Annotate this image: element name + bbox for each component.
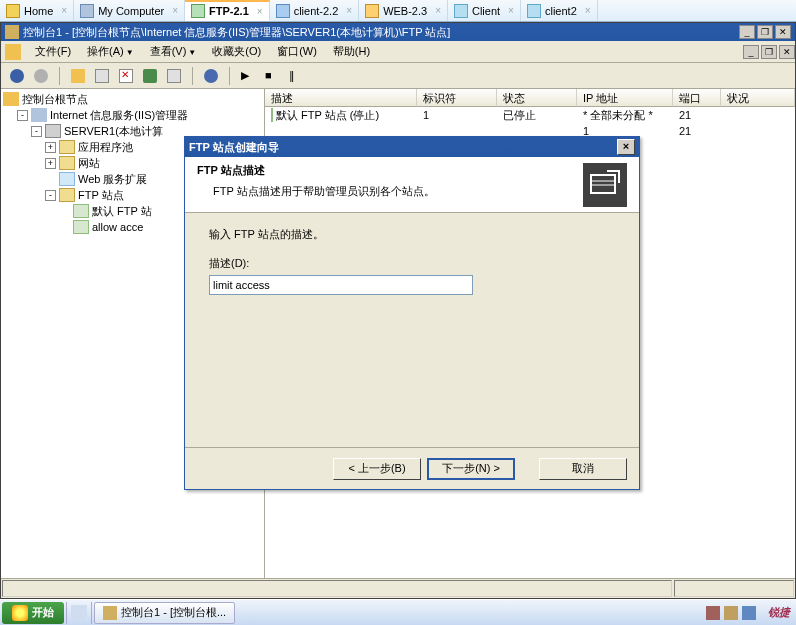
tray-icon[interactable] — [742, 606, 756, 620]
menu-favorites[interactable]: 收藏夹(O) — [204, 42, 269, 61]
home-icon — [6, 4, 20, 18]
col-desc[interactable]: 描述 — [265, 89, 417, 107]
cancel-button[interactable]: 取消 — [539, 458, 627, 480]
maximize-button[interactable]: ❐ — [757, 25, 773, 39]
close-icon[interactable]: × — [61, 5, 67, 16]
show-desktop-icon[interactable] — [71, 605, 87, 621]
windows-icon — [12, 605, 28, 621]
col-port[interactable]: 端口 — [673, 89, 721, 107]
toolbar: ▶ ■ ‖ — [1, 63, 795, 89]
child-close-button[interactable]: ✕ — [779, 45, 795, 59]
folder-icon — [59, 188, 75, 202]
col-status[interactable]: 状态 — [497, 89, 577, 107]
tree-root[interactable]: 控制台根节点 — [3, 91, 262, 107]
pause-icon: ‖ — [289, 69, 303, 83]
delete-icon — [119, 69, 133, 83]
ftp-wizard-dialog: FTP 站点创建向导 × FTP 站点描述 FTP 站点描述用于帮助管理员识别各… — [184, 136, 640, 490]
tab-client22[interactable]: client-2.2× — [270, 0, 359, 21]
server-icon — [45, 124, 61, 138]
menu-view[interactable]: 查看(V)▼ — [142, 42, 205, 61]
wizard-icon — [583, 163, 627, 207]
start-button[interactable]: 开始 — [2, 602, 64, 624]
child-restore-button[interactable]: ❐ — [761, 45, 777, 59]
web-icon — [59, 172, 75, 186]
menu-window[interactable]: 窗口(W) — [269, 42, 325, 61]
collapse-icon[interactable]: - — [17, 110, 28, 121]
tab-client2[interactable]: client2× — [521, 0, 598, 21]
play-icon: ▶ — [241, 69, 255, 83]
tree-iis[interactable]: -Internet 信息服务(IIS)管理器 — [3, 107, 262, 123]
window-title: 控制台1 - [控制台根节点\Internet 信息服务(IIS)管理器\SER… — [23, 25, 450, 40]
expand-icon[interactable]: + — [45, 158, 56, 169]
close-icon[interactable]: × — [585, 5, 591, 16]
list-row[interactable]: 默认 FTP 站点 (停止) 1 已停止 * 全部未分配 * 21 — [265, 107, 795, 123]
close-icon[interactable]: × — [172, 5, 178, 16]
tray-icon[interactable] — [724, 606, 738, 620]
web-icon — [365, 4, 379, 18]
iis-icon — [31, 108, 47, 122]
ftp-icon — [191, 4, 205, 18]
up-button[interactable] — [68, 66, 88, 86]
back-button[interactable] — [7, 66, 27, 86]
ftp-site-icon — [73, 204, 89, 218]
col-ip[interactable]: IP 地址 — [577, 89, 673, 107]
close-icon[interactable]: × — [435, 5, 441, 16]
collapse-icon[interactable]: - — [31, 126, 42, 137]
export-button[interactable] — [164, 66, 184, 86]
tab-ftp21[interactable]: FTP-2.1× — [185, 0, 270, 21]
back-button[interactable]: < 上一步(B) — [333, 458, 421, 480]
expand-icon[interactable]: + — [45, 142, 56, 153]
help2-button[interactable] — [201, 66, 221, 86]
col-state[interactable]: 状况 — [721, 89, 795, 107]
wizard-title-bar[interactable]: FTP 站点创建向导 × — [185, 137, 639, 157]
list-header: 描述 标识符 状态 IP 地址 端口 状况 — [265, 89, 795, 107]
stop-button[interactable]: ■ — [262, 66, 282, 86]
forward-icon — [34, 69, 48, 83]
app-icon — [103, 606, 117, 620]
back-icon — [10, 69, 24, 83]
delete-button[interactable] — [116, 66, 136, 86]
client-icon — [527, 4, 541, 18]
child-minimize-button[interactable]: _ — [743, 45, 759, 59]
svg-rect-0 — [591, 175, 615, 193]
next-button[interactable]: 下一步(N) > — [427, 458, 515, 480]
close-button[interactable]: ✕ — [775, 25, 791, 39]
tab-my-computer[interactable]: My Computer× — [74, 0, 185, 21]
tab-web23[interactable]: WEB-2.3× — [359, 0, 448, 21]
play-button[interactable]: ▶ — [238, 66, 258, 86]
close-icon[interactable]: × — [346, 5, 352, 16]
pause-button[interactable]: ‖ — [286, 66, 306, 86]
app-icon — [5, 44, 21, 60]
col-id[interactable]: 标识符 — [417, 89, 497, 107]
collapse-icon[interactable]: - — [45, 190, 56, 201]
help-icon — [204, 69, 218, 83]
props-button[interactable] — [92, 66, 112, 86]
refresh-icon — [143, 69, 157, 83]
forward-button[interactable] — [31, 66, 51, 86]
description-label: 描述(D): — [209, 256, 615, 271]
menu-file[interactable]: 文件(F) — [27, 42, 79, 61]
description-input[interactable] — [209, 275, 473, 295]
brand-label: 锐捷 — [762, 605, 796, 620]
status-box — [2, 580, 672, 597]
wizard-footer: < 上一步(B) 下一步(N) > 取消 — [185, 447, 639, 489]
menu-help[interactable]: 帮助(H) — [325, 42, 378, 61]
client-icon — [454, 4, 468, 18]
status-box — [674, 580, 794, 597]
title-bar: 控制台1 - [控制台根节点\Internet 信息服务(IIS)管理器\SER… — [1, 23, 795, 41]
minimize-button[interactable]: _ — [739, 25, 755, 39]
wizard-close-button[interactable]: × — [617, 139, 635, 155]
list-icon — [95, 69, 109, 83]
system-tray — [700, 602, 762, 624]
tab-client[interactable]: Client× — [448, 0, 521, 21]
tray-icon[interactable] — [706, 606, 720, 620]
close-icon[interactable]: × — [257, 6, 263, 17]
refresh-button[interactable] — [140, 66, 160, 86]
close-icon[interactable]: × — [508, 5, 514, 16]
taskbar-item[interactable]: 控制台1 - [控制台根... — [94, 602, 235, 624]
tab-home[interactable]: Home× — [0, 0, 74, 21]
status-bar — [1, 578, 795, 598]
menu-action[interactable]: 操作(A)▼ — [79, 42, 142, 61]
wizard-heading: FTP 站点描述 — [197, 163, 583, 178]
wizard-title: FTP 站点创建向导 — [189, 140, 279, 155]
